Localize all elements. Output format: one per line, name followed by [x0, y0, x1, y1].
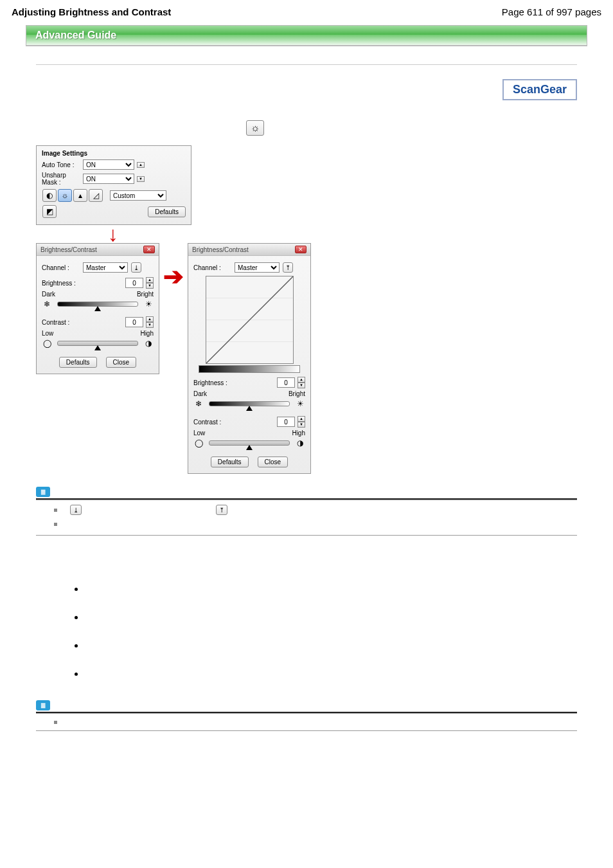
d1-contrast-value[interactable]	[125, 317, 143, 327]
content-bullet-4	[75, 673, 78, 676]
d1-defaults-btn[interactable]: Defaults	[59, 357, 97, 368]
d1-high: High	[140, 330, 154, 337]
dark-sun-icon: ❄	[42, 300, 52, 309]
dialog2-close-icon[interactable]: ✕	[295, 246, 306, 253]
brand-box: ScanGear	[502, 79, 577, 100]
auto-tone-label: Auto Tone :	[42, 161, 80, 168]
d1-channel-select[interactable]: Master	[83, 262, 128, 273]
expand-icon[interactable]: ⤓	[131, 262, 141, 273]
note-bullet-1	[54, 509, 57, 512]
saturation-icon[interactable]: ◐	[42, 189, 57, 202]
d2-bright: Bright	[289, 390, 305, 397]
histogram-icon[interactable]: ▴	[73, 189, 87, 202]
custom-select[interactable]: Custom	[110, 190, 166, 201]
scroll-up-btn[interactable]: ▲	[137, 162, 145, 168]
d2-brightness-value[interactable]	[277, 377, 295, 388]
d2-contrast-value[interactable]	[277, 417, 295, 427]
dialog2-title: Brightness/Contrast	[192, 246, 249, 253]
banner-advanced-guide: Advanced Guide	[26, 25, 587, 46]
d1-brightness-value[interactable]	[125, 278, 143, 288]
note-icon-2: ≣	[36, 700, 50, 710]
collapse-icon[interactable]: ⤒	[283, 262, 293, 273]
low-contrast-icon: ◯	[42, 339, 52, 348]
dark-sun-icon2: ❄	[193, 399, 204, 408]
high-contrast-icon2: ◑	[295, 439, 305, 448]
dialog1-close-icon[interactable]: ✕	[143, 246, 155, 253]
auto-tone-select[interactable]: ON	[83, 159, 134, 170]
content-bullet-3	[75, 644, 78, 647]
bright-sun-icon2: ☀	[295, 399, 305, 408]
d1-bright: Bright	[137, 291, 154, 298]
d2-contrast-slider[interactable]	[209, 440, 290, 446]
dialog1-title: Brightness/Contrast	[40, 246, 97, 253]
low-contrast-icon2: ◯	[193, 439, 204, 448]
d2-dark: Dark	[193, 390, 207, 397]
arrow-down-icon: ↓	[36, 225, 190, 243]
unsharp-select[interactable]: ON	[83, 174, 134, 184]
page-title: Adjusting Brightness and Contrast	[12, 6, 171, 17]
high-contrast-icon: ◑	[143, 339, 154, 348]
image-settings-defaults-btn[interactable]: Defaults	[148, 206, 186, 217]
d1-contrast-spin[interactable]: ▲▼	[146, 316, 154, 328]
d1-brightness-slider[interactable]	[57, 302, 138, 307]
content-bullet-1	[75, 588, 78, 591]
d2-low: Low	[193, 429, 205, 437]
d2-channel-select[interactable]: Master	[235, 262, 280, 273]
d1-low: Low	[42, 330, 53, 337]
d1-contrast-label: Contrast :	[42, 319, 123, 326]
tone-curve-graph	[206, 276, 294, 364]
d2-high: High	[292, 429, 305, 437]
final-review-icon[interactable]: ◩	[42, 205, 57, 218]
note-bullet-2	[54, 523, 57, 526]
d2-brightness-slider[interactable]	[209, 401, 290, 406]
d1-dark: Dark	[42, 291, 55, 298]
bright-sun-icon: ☀	[143, 300, 154, 309]
d2-defaults-btn[interactable]: Defaults	[211, 457, 249, 467]
arrow-right-icon: ➔	[163, 262, 184, 291]
d2-channel-label: Channel :	[193, 264, 232, 271]
gradient-strip	[199, 365, 300, 373]
d1-channel-label: Channel :	[42, 264, 80, 271]
unsharp-label: Unsharp Mask :	[42, 172, 80, 186]
d2-brightness-label: Brightness :	[193, 379, 274, 386]
d2-contrast-spin[interactable]: ▲▼	[298, 416, 305, 428]
tone-curve-icon[interactable]: ◿	[89, 189, 103, 202]
collapse-ref-icon: ⤒	[216, 505, 227, 515]
d1-brightness-label: Brightness :	[42, 280, 123, 287]
note-icon: ≣	[36, 487, 50, 497]
d2-contrast-label: Contrast :	[193, 419, 274, 426]
d2-brightness-spin[interactable]: ▲▼	[298, 377, 305, 388]
expand-ref-icon: ⤓	[70, 505, 82, 515]
svg-line-0	[206, 276, 293, 363]
d2-close-btn[interactable]: Close	[258, 457, 289, 467]
d1-brightness-spin[interactable]: ▲▼	[146, 277, 154, 289]
brightness-contrast-icon[interactable]: ☼	[246, 120, 264, 136]
page-info: Page 611 of 997 pages	[502, 6, 601, 17]
d1-close-btn[interactable]: Close	[106, 357, 137, 368]
brightness-icon[interactable]: ☼	[58, 189, 72, 202]
image-settings-title: Image Settings	[42, 150, 186, 157]
scroll-down-btn[interactable]: ▼	[137, 176, 145, 182]
content-bullet-2	[75, 616, 78, 619]
note2-bullet	[54, 721, 57, 724]
d1-contrast-slider[interactable]	[57, 341, 138, 346]
